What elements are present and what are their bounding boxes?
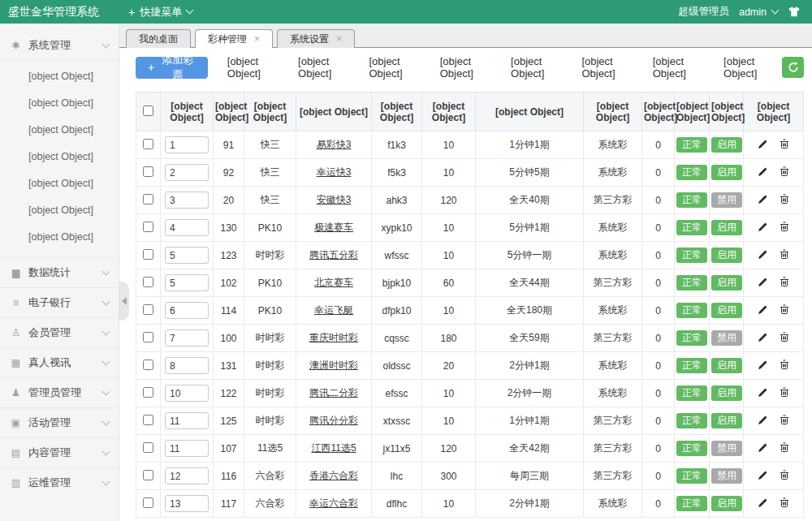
delete-button[interactable] [775,222,793,235]
delete-button[interactable] [775,194,793,207]
delete-button[interactable] [775,497,793,510]
refresh-button[interactable] [782,57,804,78]
sidebar-section[interactable]: ♟ 管理员管理 [0,377,119,407]
sidebar-section[interactable]: ▤ 内容管理 [0,437,119,467]
user-menu-button[interactable]: admin [739,6,778,18]
row-checkbox[interactable] [143,470,153,480]
lottery-name-link[interactable]: 极速赛车 [314,222,353,233]
maintain-badge[interactable]: 正常 [676,385,707,402]
edit-button[interactable] [754,304,772,317]
edit-button[interactable] [754,222,772,235]
sidebar-section-system[interactable]: ✱ 系统管理 [0,31,119,61]
lottery-name-link[interactable]: 北京赛车 [314,277,353,288]
edit-button[interactable] [754,277,772,290]
delete-button[interactable] [775,304,793,317]
row-checkbox[interactable] [143,360,153,370]
sidebar-section[interactable]: ▆ 数据统计 [0,257,119,287]
status-badge[interactable]: 禁用 [711,441,742,457]
delete-button[interactable] [775,249,793,262]
maintain-badge[interactable]: 正常 [676,303,707,319]
lottery-name-link[interactable]: 江西11选5 [311,442,356,454]
edit-button[interactable] [754,194,772,207]
sort-input[interactable] [165,440,209,457]
filter-link[interactable]: [object Object] [581,55,640,80]
sidebar-section[interactable]: ▦ 真人视讯 [0,347,119,377]
status-badge[interactable]: 禁用 [711,330,742,347]
edit-button[interactable] [754,166,772,179]
tab[interactable]: 系统设置 × [277,29,355,48]
filter-link[interactable]: [object Object] [511,55,569,80]
status-badge[interactable]: 启用 [711,385,742,402]
tab-close-icon[interactable]: × [254,34,260,44]
sort-input[interactable] [165,219,209,236]
status-badge[interactable]: 启用 [711,358,742,374]
maintain-badge[interactable]: 正常 [676,358,707,374]
sidebar-subitem[interactable]: [object Object] [0,197,119,224]
edit-button[interactable] [754,470,772,483]
status-badge[interactable]: 启用 [711,220,742,236]
filter-link[interactable]: [object Object] [653,55,711,80]
maintain-badge[interactable]: 正常 [676,275,707,291]
sort-input[interactable] [165,467,209,484]
sort-input[interactable] [165,164,209,181]
lottery-name-link[interactable]: 重庆时时彩 [309,332,358,343]
status-badge[interactable]: 启用 [711,413,742,429]
lottery-name-link[interactable]: 腾讯二分彩 [309,387,358,398]
sidebar-collapse-handle[interactable] [119,282,129,321]
maintain-badge[interactable]: 正常 [676,413,707,429]
row-checkbox[interactable] [143,249,153,260]
delete-button[interactable] [775,360,793,372]
lottery-name-link[interactable]: 香港六合彩 [309,470,358,481]
maintain-badge[interactable]: 正常 [676,330,707,347]
filter-link[interactable]: [object Object] [298,55,356,80]
edit-button[interactable] [754,497,772,510]
sidebar-subitem[interactable]: [object Object] [0,117,119,144]
maintain-badge[interactable]: 正常 [676,248,707,264]
edit-button[interactable] [754,387,772,400]
status-badge[interactable]: 禁用 [711,468,742,484]
row-checkbox[interactable] [143,194,153,205]
sort-input[interactable] [165,385,209,402]
maintain-badge[interactable]: 正常 [676,165,707,181]
lottery-name-link[interactable]: 腾讯五分彩 [309,249,358,260]
sidebar-subitem[interactable]: [object Object] [0,224,119,251]
row-checkbox[interactable] [143,415,153,425]
sort-input[interactable] [165,192,209,209]
delete-button[interactable] [775,470,793,483]
sidebar-section[interactable]: ♙ 会员管理 [0,317,119,347]
sort-input[interactable] [165,136,209,153]
status-badge[interactable]: 启用 [711,303,742,319]
edit-button[interactable] [754,139,772,152]
theme-shirt-icon[interactable] [788,6,801,17]
maintain-badge[interactable]: 正常 [676,137,707,153]
sidebar-subitem[interactable]: [object Object] [0,170,119,197]
filter-link[interactable]: [object Object] [227,55,286,80]
quick-menu-button[interactable]: + 快捷菜单 [128,5,192,19]
delete-button[interactable] [775,387,793,400]
maintain-badge[interactable]: 正常 [676,468,707,484]
edit-button[interactable] [754,360,772,372]
delete-button[interactable] [775,332,793,345]
status-badge[interactable]: 禁用 [711,192,742,209]
filter-link[interactable]: [object Object] [723,55,782,80]
delete-button[interactable] [775,166,793,179]
row-checkbox[interactable] [143,497,153,508]
row-checkbox[interactable] [143,166,153,177]
edit-button[interactable] [754,415,772,428]
maintain-badge[interactable]: 正常 [676,496,707,512]
sidebar-subitem[interactable]: [object Object] [0,90,119,117]
sort-input[interactable] [165,357,209,374]
row-checkbox[interactable] [143,222,153,232]
sidebar-subitem[interactable]: [object Object] [0,144,119,170]
tab[interactable]: 彩种管理 × [195,29,273,48]
row-checkbox[interactable] [143,387,153,398]
sidebar-section[interactable]: ▥ 运维管理 [0,467,119,497]
row-checkbox[interactable] [143,332,153,342]
lottery-name-link[interactable]: 澳洲时时彩 [309,360,358,371]
sidebar-section[interactable]: ≡ 电子银行 [0,287,119,317]
status-badge[interactable]: 启用 [711,496,742,512]
edit-button[interactable] [754,332,772,345]
filter-link[interactable]: [object Object] [369,55,427,80]
sort-input[interactable] [165,412,209,429]
row-checkbox[interactable] [143,304,153,315]
